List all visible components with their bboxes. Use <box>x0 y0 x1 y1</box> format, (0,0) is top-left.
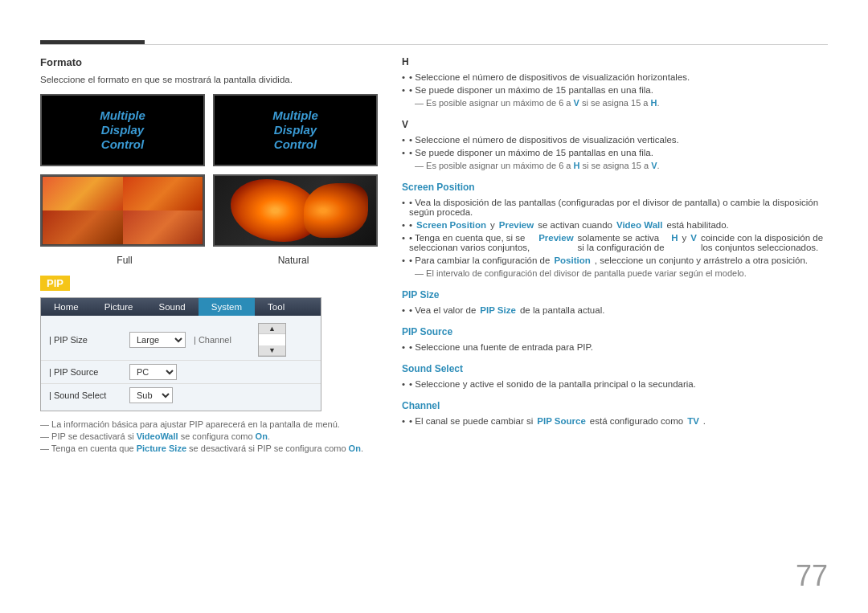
display-card-text-2: MultipleDisplayControl <box>213 94 378 166</box>
channel-spinner: ▲ ▼ <box>258 323 286 357</box>
menu-row-pipsource: | PIP Source PC HDMI DP <box>41 361 321 384</box>
v-section: V • Seleccione el número de dispositivos… <box>402 119 828 170</box>
sp-bullet-3: • Tenga en cuenta que, si se seleccionan… <box>402 233 828 252</box>
h-section: H • Seleccione el número de dispositivos… <box>402 56 828 108</box>
screen-position-section: Screen Position • Vea la disposición de … <box>402 182 828 278</box>
pip-note-2: PIP se desactivará si VideoWall se confi… <box>40 431 378 441</box>
formato-desc: Seleccione el formato en que se mostrará… <box>40 75 378 84</box>
pip-menu: Home Picture Sound System Tool | PIP Siz… <box>40 297 321 411</box>
v-bullet-1: • Seleccione el número de dispositivos d… <box>402 135 828 145</box>
display-labels: Full Natural <box>40 255 378 266</box>
display-card-photo-2 <box>213 174 378 247</box>
sound-select-label: | Sound Select <box>49 390 121 400</box>
menu-row-pipsize: | PIP Size Large Medium Small | Channel <box>41 320 321 361</box>
pip-section: PIP Home Picture Sound System Tool | PIP… <box>40 276 378 453</box>
top-rule <box>40 44 828 45</box>
menu-tab-picture[interactable]: Picture <box>92 298 146 316</box>
h-bullet-1: • Seleccione el número de dispositivos d… <box>402 72 828 82</box>
h-sub: Es posible asignar un máximo de 6 a V si… <box>415 98 828 108</box>
pip-source-control: PC HDMI DP <box>129 364 177 380</box>
sp-sub: El intervalo de configuración del diviso… <box>415 268 828 278</box>
menu-row-soundselect: | Sound Select Sub Main <box>41 384 321 407</box>
page-container: Formato Seleccione el formato en que se … <box>0 0 868 613</box>
sound-select-section: Sound Select • Seleccione y active el so… <box>402 363 828 389</box>
v-bullet-2: • Se puede disponer un máximo de 15 pant… <box>402 148 828 157</box>
sound-select-control: Sub Main <box>129 387 173 403</box>
channel-section: Channel • El canal se puede cambiar si P… <box>402 400 828 426</box>
display-grid-top: MultipleDisplayControl MultipleDisplayCo… <box>40 94 378 166</box>
pip-notes: La información básica para ajustar PIP a… <box>40 419 378 453</box>
pip-source-title: PIP Source <box>402 326 828 337</box>
spinner-down[interactable]: ▼ <box>259 345 285 356</box>
pip-size-label: | PIP Size <box>49 335 121 345</box>
h-letter: H <box>402 56 828 67</box>
menu-body: | PIP Size Large Medium Small | Channel <box>41 316 321 411</box>
pip-size-select[interactable]: Large Medium Small <box>129 332 186 348</box>
pip-size-section: PIP Size • Vea el valor de PIP Size de l… <box>402 289 828 315</box>
sp-bullet-2: • Screen Position y Preview se activan c… <box>402 220 828 230</box>
menu-tab-home[interactable]: Home <box>41 298 92 316</box>
spinner-up[interactable]: ▲ <box>259 324 285 334</box>
pip-note-3: Tenga en cuenta que Picture Size se desa… <box>40 443 378 453</box>
channel-title: Channel <box>402 400 828 411</box>
menu-tab-sound[interactable]: Sound <box>145 298 198 316</box>
spinner-val <box>259 334 285 345</box>
pip-size-title: PIP Size <box>402 289 828 300</box>
pip-size-control: Large Medium Small <box>129 332 186 348</box>
pip-badge: PIP <box>40 276 70 291</box>
sp-bullet-1: • Vea la disposición de las pantallas (c… <box>402 198 828 217</box>
pip-note-1: La información básica para ajustar PIP a… <box>40 419 378 429</box>
pip-size-bullet: • Vea el valor de PIP Size de la pantall… <box>402 305 828 315</box>
pip-source-section: PIP Source • Seleccione una fuente de en… <box>402 326 828 352</box>
left-column: Formato Seleccione el formato en que se … <box>40 56 378 456</box>
sound-select-bullet: • Seleccione y active el sonido de la pa… <box>402 379 828 389</box>
pip-source-label: | PIP Source <box>49 367 121 377</box>
display-card-photo-1 <box>40 174 205 247</box>
right-column: H • Seleccione el número de dispositivos… <box>402 56 828 456</box>
h-bullet-2: • Se puede disponer un máximo de 15 pant… <box>402 85 828 95</box>
display-grid-bottom <box>40 174 378 247</box>
channel-label: | Channel <box>194 335 250 345</box>
sound-select-select[interactable]: Sub Main <box>129 387 173 403</box>
pip-source-select[interactable]: PC HDMI DP <box>129 364 177 380</box>
v-sub: Es posible asignar un máximo de 6 a H si… <box>415 161 828 170</box>
formato-section: Formato Seleccione el formato en que se … <box>40 56 378 266</box>
formato-title: Formato <box>40 56 378 68</box>
menu-tab-tool[interactable]: Tool <box>255 298 297 316</box>
label-full: Full <box>40 255 209 266</box>
screen-position-title: Screen Position <box>402 182 828 193</box>
menu-bar: Home Picture Sound System Tool <box>41 298 321 316</box>
sp-bullet-4: • Para cambiar la configuración de Posit… <box>402 255 828 265</box>
display-card-text-1: MultipleDisplayControl <box>40 94 205 166</box>
sound-select-title: Sound Select <box>402 363 828 374</box>
label-natural: Natural <box>209 255 378 266</box>
page-number: 77 <box>796 559 828 593</box>
v-letter: V <box>402 119 828 130</box>
pip-source-bullet: • Seleccione una fuente de entrada para … <box>402 342 828 352</box>
menu-tab-system[interactable]: System <box>199 298 255 316</box>
channel-bullet: • El canal se puede cambiar si PIP Sourc… <box>402 416 828 426</box>
